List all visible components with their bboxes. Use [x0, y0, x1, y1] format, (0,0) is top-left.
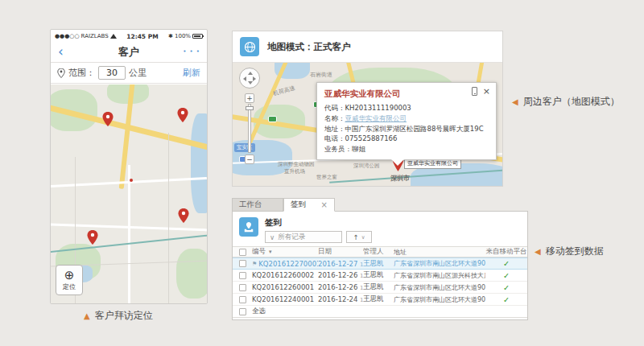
pan-up-icon[interactable]	[248, 72, 253, 75]
code-value: KH2013111190003	[345, 104, 411, 112]
close-icon[interactable]: ×	[483, 87, 490, 96]
map-pan-control[interactable]	[239, 68, 260, 89]
checkin-title: 签到	[265, 217, 521, 229]
header-checkbox-cell	[233, 249, 252, 256]
zoom-out-button[interactable]: −	[245, 154, 254, 164]
mobile-phone-icon[interactable]	[472, 87, 477, 96]
customer-pin-icon[interactable]	[177, 108, 188, 122]
map-mode-title: 地图模式：正式客户	[267, 41, 351, 53]
more-ellipsis-icon[interactable]: • • •	[183, 48, 200, 55]
map-station-dot	[130, 179, 133, 182]
pan-right-icon[interactable]	[253, 76, 256, 81]
addr-label: 地址：	[324, 125, 345, 133]
phone-map[interactable]: ⊕ 定位	[51, 84, 207, 303]
cell-date: 2016-12-27 10:53	[318, 260, 363, 268]
map-label: 世界之窗	[316, 174, 337, 181]
range-bar: 范围： 公里 刷新	[51, 63, 207, 84]
tel-value: 075525887166	[345, 134, 398, 142]
tab-workbench[interactable]: 工作台	[232, 198, 283, 212]
select-all-checkbox[interactable]	[239, 249, 246, 256]
desktop-map[interactable]: 石岩街道 机荷高速 宝安区 深圳野生动物园 直升机场 世界之窗 深圳湾公园 深圳…	[233, 62, 502, 186]
zoom-knob[interactable]	[246, 106, 254, 110]
customer-pin-icon[interactable]	[102, 112, 114, 126]
row-checkbox[interactable]	[239, 272, 246, 279]
row-checkbox[interactable]	[239, 284, 246, 291]
cell-id[interactable]: ⚑KQ201612270001	[252, 260, 318, 268]
cell-id[interactable]: KQ201612260002	[252, 271, 318, 279]
table-row[interactable]: KQ201612240001 2016-12-24 12:50 王思凯 广东省深…	[233, 294, 527, 306]
name-label: 名称：	[324, 114, 345, 122]
map-zoom-slider[interactable]: + −	[245, 93, 254, 164]
export-button[interactable]: ↑ ∨	[346, 231, 372, 243]
tab-checkin-label: 签到	[291, 200, 306, 210]
sort-caret-icon: ▾	[269, 249, 272, 255]
cell-person[interactable]: 王思凯	[363, 282, 394, 292]
status-time: 12:45 PM	[126, 33, 158, 40]
wifi-icon	[110, 34, 117, 39]
battery-percent: 100%	[175, 33, 191, 39]
tab-checkin[interactable]: 签到 ×	[283, 198, 335, 212]
bluetooth-icon: ✱	[168, 33, 173, 39]
id-value: KQ201612260001	[252, 283, 314, 291]
tel-label: 电话：	[324, 134, 345, 142]
row-checkbox[interactable]	[239, 260, 246, 267]
header-person[interactable]: 管理人	[363, 247, 394, 257]
select-all-checkbox[interactable]	[239, 308, 246, 315]
map-label: 石岩街道	[310, 71, 332, 79]
range-label: 范围：	[68, 67, 95, 79]
header-platform[interactable]: 来自移动平台	[485, 247, 527, 257]
cell-addr: 广东省深圳市南山区源兴科技大厦电梯	[394, 271, 485, 280]
range-input[interactable]	[98, 66, 126, 80]
battery-nub	[203, 35, 204, 37]
table-caption: ◀ 移动签到数据	[535, 245, 604, 258]
cell-platform: ✓	[485, 271, 527, 280]
table-row[interactable]: ⚑KQ201612270001 2016-12-27 10:53 王思凯 广东省…	[233, 257, 527, 270]
select-all-label: 全选	[252, 307, 266, 316]
cell-person[interactable]: 王思凯	[363, 270, 394, 280]
customer-pin-icon[interactable]	[178, 208, 189, 223]
pan-left-icon[interactable]	[243, 76, 246, 81]
header-addr[interactable]: 地址	[394, 248, 485, 257]
refresh-button[interactable]: 刷新	[183, 67, 200, 79]
globe-icon	[240, 37, 259, 56]
date-value: 2016-12-27	[318, 260, 357, 268]
map-park	[176, 249, 207, 299]
map-label: 深圳野生动物园	[278, 161, 315, 168]
range-unit: 公里	[129, 67, 147, 79]
agent-value: 聊姐	[352, 145, 365, 153]
cell-id[interactable]: KQ201612240001	[252, 295, 318, 303]
pan-down-icon[interactable]	[248, 81, 253, 84]
cell-id[interactable]: KQ201612260001	[252, 283, 318, 291]
records-filter-select[interactable]: ∨ 所有记录	[265, 231, 342, 243]
addr-value: 中国广东深圳罗湖区松园路88号晨晖大厦19C	[345, 125, 484, 133]
cell-person[interactable]: 王思凯	[363, 259, 394, 269]
id-value: KQ201612260002	[252, 271, 314, 279]
map-water	[191, 113, 207, 213]
carrier-label: RAIZLABS	[81, 33, 109, 39]
company-name-link[interactable]: 亚威华实业有限公司	[345, 114, 407, 122]
battery-icon	[192, 34, 203, 39]
back-chevron-icon[interactable]: ‹	[58, 43, 64, 60]
date-value: 2016-12-26	[318, 283, 357, 291]
map-road	[128, 165, 130, 303]
header-date[interactable]: 日期	[318, 247, 363, 257]
row-checkbox[interactable]	[239, 296, 246, 303]
crosshair-icon: ⊕	[64, 270, 75, 282]
header-id[interactable]: 编号▾	[252, 247, 318, 257]
table-row[interactable]: KQ201612260002 2016-12-26 11:09 王思凯 广东省深…	[233, 270, 527, 282]
zoom-in-button[interactable]: +	[245, 93, 254, 103]
check-icon: ✓	[503, 283, 510, 292]
customer-pin-icon[interactable]	[87, 230, 98, 245]
checkin-body: 签到 ∨ 所有记录 ↑ ∨ 编号	[232, 211, 528, 320]
map-mode-panel: 地图模式：正式客户 石岩街道 机荷高速 宝安区 深圳野生动物园 直升机场 世界之…	[232, 31, 503, 187]
tab-close-icon[interactable]: ×	[321, 200, 328, 209]
cell-person[interactable]: 王思凯	[363, 295, 394, 304]
location-pin-icon	[57, 68, 65, 78]
popup-tools: ×	[472, 87, 490, 96]
table-row[interactable]: KQ201612260001 2016-12-26 12:24 王思凯 广东省深…	[233, 282, 527, 294]
zoom-track[interactable]	[248, 104, 251, 153]
screenshot-canvas: ●●●○○ RAIZLABS 12:45 PM ✱ 100% ‹ 客户 • • …	[0, 0, 644, 346]
locate-button[interactable]: ⊕ 定位	[56, 265, 83, 295]
status-right: ✱ 100%	[168, 33, 203, 39]
agent-label: 业务员：	[324, 145, 352, 153]
